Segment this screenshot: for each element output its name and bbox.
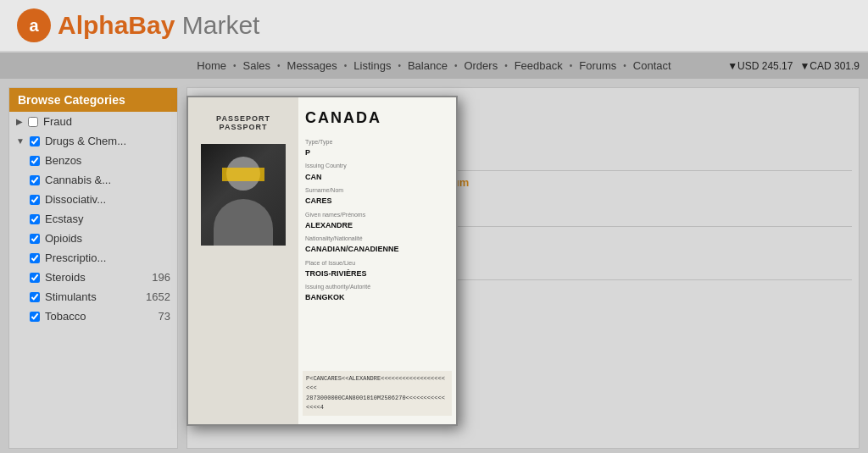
label-dissociatives[interactable]: Dissociativ... <box>45 193 170 206</box>
checkbox-drugs[interactable] <box>30 136 40 146</box>
label-fraud[interactable]: Fraud <box>43 115 170 128</box>
checkbox-steroids[interactable] <box>30 273 40 283</box>
passport-mrz: P<CANCARES<<ALEXANDRE<<<<<<<<<<<<<<<<<<<… <box>303 371 452 416</box>
nav-forums[interactable]: Forums <box>576 58 620 74</box>
label-stimulants[interactable]: Stimulants <box>45 290 141 303</box>
sidebar-header: Browse Categories <box>9 88 177 112</box>
label-cannabis[interactable]: Cannabis &... <box>45 174 170 186</box>
nav-home[interactable]: Home <box>193 58 230 74</box>
checkbox-benzos[interactable] <box>30 156 40 166</box>
label-prescription[interactable]: Prescriptio... <box>45 251 170 264</box>
passport-info-side: CANADA Type/Type P Issuing Country CAN S… <box>298 97 456 424</box>
checkbox-prescription[interactable] <box>30 253 40 263</box>
main-content: Browse Categories ▶ Fraud ▼ Drugs & Chem… <box>0 79 868 453</box>
site-name-market: Market <box>182 11 260 39</box>
logo-icon: a <box>17 8 51 42</box>
passport-field-surname: Surname/Nom CARES <box>305 185 449 207</box>
passport-photo-inner <box>201 144 286 246</box>
count-tobacco: 73 <box>159 310 170 323</box>
label-tobacco[interactable]: Tobacco <box>45 310 153 323</box>
person-body <box>214 199 273 246</box>
passport-photo <box>201 144 286 246</box>
category-stimulants[interactable]: Stimulants 1652 <box>9 287 177 307</box>
cad-rate: ▼CAD 301.9 <box>799 60 860 72</box>
passport-field-city: Place of Issue/Lieu TROIS-RIVIÈRES <box>305 258 449 280</box>
checkbox-ecstasy[interactable] <box>30 214 40 224</box>
checkbox-stimulants[interactable] <box>30 292 40 302</box>
nav-messages[interactable]: Messages <box>284 58 341 74</box>
category-drugs[interactable]: ▼ Drugs & Chem... <box>9 131 177 151</box>
arrow-icon-fraud: ▶ <box>16 117 23 126</box>
passport-field-issuing: Issuing Country CAN <box>305 161 449 183</box>
site-title: AlphaBay Market <box>58 11 259 40</box>
nav-listings[interactable]: Listings <box>350 58 394 74</box>
category-ecstasy[interactable]: Ecstasy <box>9 209 177 229</box>
category-tobacco[interactable]: Tobacco 73 <box>9 307 177 326</box>
checkbox-opioids[interactable] <box>30 234 40 244</box>
nav-sales[interactable]: Sales <box>240 58 275 74</box>
passport-country: CANADA <box>305 106 449 130</box>
passport-field-given: Given names/Prénoms ALEXANDRE <box>305 210 449 232</box>
category-fraud[interactable]: ▶ Fraud <box>9 112 177 131</box>
nav-contact[interactable]: Contact <box>630 58 675 74</box>
passport-photo-side: PASSEPORT PASSPORT <box>188 97 298 424</box>
usd-rate: ▼USD 245.17 <box>727 60 793 72</box>
passport-field-type: Type/Type P <box>305 137 449 159</box>
label-steroids[interactable]: Steroids <box>45 271 147 284</box>
category-prescription[interactable]: Prescriptio... <box>9 248 177 268</box>
passport-field-nationality: Nationality/Nationalité CANADIAN/CANADIE… <box>305 234 449 256</box>
category-cannabis[interactable]: Cannabis &... <box>9 170 177 190</box>
passport-field-authority: Issuing authority/Autorité BANGKOK <box>305 282 449 304</box>
redact-bar <box>222 168 264 181</box>
currency-info: ▼USD 245.17 ▼CAD 301.9 <box>727 60 860 72</box>
checkbox-fraud[interactable] <box>28 117 38 127</box>
checkbox-tobacco[interactable] <box>30 312 40 322</box>
label-ecstasy[interactable]: Ecstasy <box>45 213 170 225</box>
site-name-alpha: AlphaBay <box>58 11 175 39</box>
label-drugs[interactable]: Drugs & Chem... <box>45 135 170 147</box>
sidebar: Browse Categories ▶ Fraud ▼ Drugs & Chem… <box>8 87 178 449</box>
count-steroids: 196 <box>152 271 170 284</box>
label-opioids[interactable]: Opioids <box>45 232 170 245</box>
arrow-icon-drugs: ▼ <box>16 136 25 146</box>
category-steroids[interactable]: Steroids 196 <box>9 268 177 287</box>
navbar: Home • Sales • Messages • Listings • Bal… <box>0 52 868 79</box>
passport-overlay: PASSEPORT PASSPORT CANADA Type/Type P Is… <box>186 96 458 426</box>
nav-orders[interactable]: Orders <box>460 58 501 74</box>
nav-links: Home • Sales • Messages • Listings • Bal… <box>193 58 674 74</box>
passport-header-text: PASSEPORT PASSPORT <box>216 114 270 131</box>
category-benzos[interactable]: Benzos <box>9 151 177 170</box>
count-stimulants: 1652 <box>146 290 170 303</box>
checkbox-dissociatives[interactable] <box>30 195 40 205</box>
label-benzos[interactable]: Benzos <box>45 154 170 167</box>
nav-balance[interactable]: Balance <box>404 58 451 74</box>
category-dissociatives[interactable]: Dissociativ... <box>9 190 177 209</box>
category-opioids[interactable]: Opioids <box>9 229 177 248</box>
nav-feedback[interactable]: Feedback <box>511 58 566 74</box>
header: a AlphaBay Market <box>0 0 868 52</box>
checkbox-cannabis[interactable] <box>30 175 40 185</box>
